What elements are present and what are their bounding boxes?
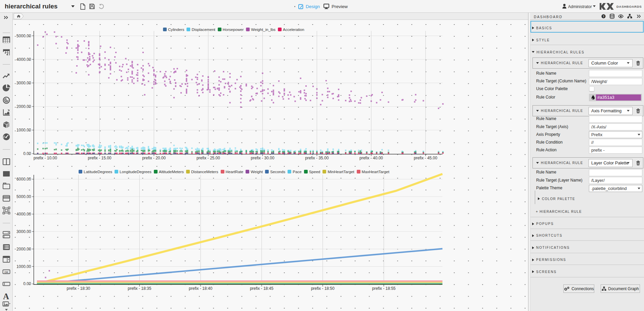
svg-text:0.00: 0.00 bbox=[23, 281, 31, 286]
svg-text:prefix - 20.00: prefix - 20.00 bbox=[142, 156, 166, 160]
svg-text:2000.00: 2000.00 bbox=[16, 247, 31, 251]
svg-text:4000.00: 4000.00 bbox=[16, 212, 31, 217]
svg-text:1000.00: 1000.00 bbox=[16, 128, 31, 132]
svg-text:2000.00: 2000.00 bbox=[16, 104, 31, 109]
svg-text:prefix - 30.00: prefix - 30.00 bbox=[251, 156, 274, 160]
svg-text:prefix - 18:55: prefix - 18:55 bbox=[372, 286, 395, 291]
svg-text:prefix - 18:35: prefix - 18:35 bbox=[128, 286, 151, 291]
svg-text:?: ? bbox=[603, 15, 605, 18]
svg-text:prefix - 18:45: prefix - 18:45 bbox=[250, 286, 273, 291]
svg-text:5000.00: 5000.00 bbox=[16, 34, 31, 38]
svg-text:3000.00: 3000.00 bbox=[16, 81, 31, 85]
svg-text:prefix - 18:30: prefix - 18:30 bbox=[67, 286, 90, 291]
svg-text:5000.00: 5000.00 bbox=[16, 194, 31, 199]
svg-text:4000.00: 4000.00 bbox=[16, 57, 31, 62]
svg-text:6000.00: 6000.00 bbox=[16, 177, 31, 182]
svg-text:prefix - 15.00: prefix - 15.00 bbox=[88, 156, 111, 160]
svg-text:prefix - 35.00: prefix - 35.00 bbox=[305, 156, 329, 160]
svg-text:prefix - 25.00: prefix - 25.00 bbox=[197, 156, 220, 160]
svg-text:prefix - 18:40: prefix - 18:40 bbox=[189, 286, 212, 291]
svg-text:OK: OK bbox=[4, 271, 8, 274]
svg-text:3000.00: 3000.00 bbox=[16, 229, 31, 234]
svg-text:1000.00: 1000.00 bbox=[16, 264, 31, 269]
svg-text:0.00: 0.00 bbox=[23, 151, 31, 156]
svg-text:prefix - 45.00: prefix - 45.00 bbox=[414, 156, 437, 160]
svg-text:prefix - 18:50: prefix - 18:50 bbox=[311, 286, 335, 291]
svg-text:prefix - 40.00: prefix - 40.00 bbox=[359, 156, 383, 160]
svg-text:prefix - 10.00: prefix - 10.00 bbox=[34, 156, 57, 160]
